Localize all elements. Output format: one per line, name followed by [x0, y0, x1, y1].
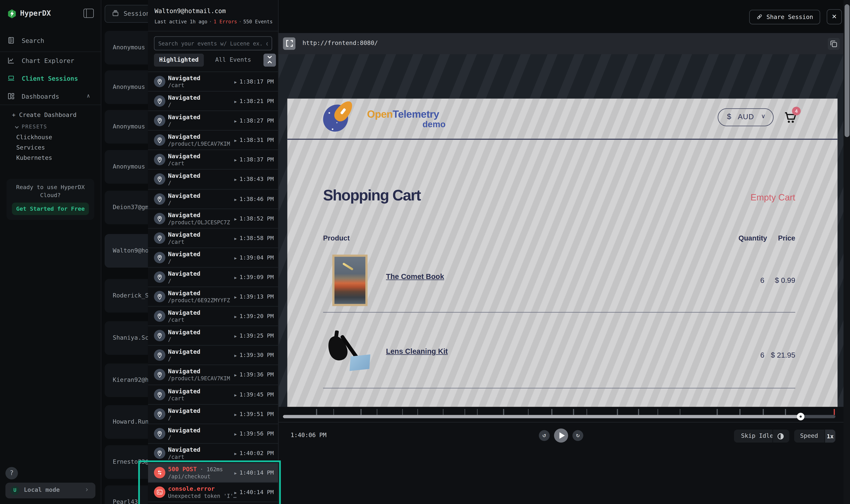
create-dashboard-button[interactable]: + Create Dashboard — [12, 111, 76, 119]
event-time: ▶1:38:46 PM — [235, 195, 274, 202]
session-list-item[interactable]: Anonymous — [105, 110, 148, 144]
event-subtitle: / — [168, 200, 171, 206]
event-title: Navigated — [168, 94, 201, 101]
event-row-navigation[interactable]: Navigated/▶1:38:21 PM — [148, 92, 278, 111]
sidebar-item-search[interactable]: Search — [0, 35, 101, 47]
event-title: Navigated — [168, 173, 201, 180]
event-row-navigation[interactable]: Navigated/▶1:39:51 PM — [148, 404, 278, 424]
timeline-event-tick — [573, 409, 574, 415]
event-row-request[interactable]: 500 POST · 162ms/api/checkout▶1:40:14 PM — [148, 463, 278, 483]
presets-group[interactable]: PRESETS — [15, 124, 47, 129]
event-time: ▶1:39:25 PM — [235, 332, 274, 339]
event-title: Navigated — [168, 231, 201, 238]
fullscreen-icon[interactable] — [283, 37, 295, 50]
forward-button[interactable]: ↻ — [572, 430, 583, 441]
event-row-navigation[interactable]: Navigated/cart▶1:38:37 PM — [148, 150, 278, 170]
close-icon[interactable]: × — [827, 9, 842, 24]
event-row-navigation[interactable]: Navigated/▶1:39:04 PM — [148, 248, 278, 268]
session-list-item[interactable]: Anonymous — [105, 31, 148, 65]
event-row-navigation[interactable]: Navigated/▶1:39:25 PM — [148, 326, 278, 346]
event-subtitle: / — [168, 278, 171, 284]
event-row-navigation[interactable]: Navigated/product/L9ECAV7KIM▶1:39:36 PM — [148, 365, 278, 385]
event-row-navigation[interactable]: Navigated/cart▶1:40:02 PM — [148, 444, 278, 463]
timeline-knob[interactable] — [797, 413, 804, 420]
session-list-item[interactable]: Anonymous — [105, 150, 148, 184]
currency-select[interactable]: $ AUD ∨ — [718, 108, 774, 126]
event-row-navigation[interactable]: Navigated/▶1:39:30 PM — [148, 346, 278, 365]
session-list-item[interactable]: Anonymous — [105, 70, 148, 104]
event-row-navigation[interactable]: Navigated/product/6E92ZMYYFZ▶1:39:13 PM — [148, 287, 278, 307]
session-list-item[interactable]: Ernesto33@ — [105, 445, 148, 479]
event-count: 550 Events — [243, 19, 273, 24]
event-row-navigation[interactable]: Navigated/product/L9ECAV7KIM▶1:38:31 PM — [148, 131, 278, 150]
event-row-navigation[interactable]: Navigated/cart▶1:39:20 PM — [148, 307, 278, 326]
grid-icon — [7, 92, 15, 100]
scrollbar-thumb[interactable] — [844, 4, 849, 137]
timeline-event-tick — [617, 409, 618, 415]
timeline-event-tick — [657, 409, 658, 415]
product-image-comet-book[interactable] — [332, 255, 367, 306]
tab-all-events[interactable]: All Events — [215, 54, 251, 67]
local-mode-menu[interactable]: U Local mode › — [5, 483, 96, 499]
preset-clickhouse[interactable]: Clickhouse — [16, 134, 52, 141]
terminal-icon — [154, 486, 165, 498]
sidebar-item-dashboards[interactable]: Dashboards ∧ — [0, 90, 101, 103]
session-list-item[interactable]: Howard.Run — [105, 405, 148, 439]
timeline-scrubber[interactable] — [283, 415, 835, 418]
event-row-navigation[interactable]: Navigated/▶1:38:43 PM — [148, 170, 278, 189]
collapse-panel-button[interactable] — [263, 54, 276, 67]
event-time: ▶1:38:43 PM — [235, 176, 274, 182]
preset-kubernetes[interactable]: Kubernetes — [16, 155, 52, 161]
event-subtitle: /cart — [168, 82, 185, 88]
cart-button[interactable]: 4 — [783, 110, 799, 126]
event-search-input[interactable] — [154, 36, 272, 50]
event-row-console[interactable]: console.errorUnexpected token 'I'…▶1:40:… — [148, 483, 278, 502]
session-list-item[interactable]: Deion37@gm — [105, 191, 148, 224]
speed-control[interactable]: Speed 1x — [794, 430, 835, 443]
event-row-navigation[interactable]: Navigated/▶1:38:27 PM — [148, 111, 278, 131]
sidebar-item-client-sessions[interactable]: Client Sessions — [0, 72, 101, 85]
replay-header: Share Session × — [279, 0, 850, 33]
event-subtitle: /cart — [168, 161, 185, 166]
copy-icon[interactable] — [828, 38, 840, 50]
site-logo-text: OpenTelemetry — [367, 108, 439, 120]
product-image-lens-kit[interactable] — [325, 330, 375, 374]
session-list-item[interactable]: Shaniya.Sc — [105, 321, 148, 355]
session-list-item[interactable]: Pearl43 — [105, 485, 148, 504]
preset-services[interactable]: Services — [16, 144, 45, 151]
rewind-button[interactable]: ↺ — [539, 430, 550, 441]
event-subtitle: /product/OLJCESPC7Z — [168, 219, 230, 225]
get-started-button[interactable]: Get Started for Free — [12, 203, 89, 215]
event-row-navigation[interactable]: Navigated/cart▶1:39:45 PM — [148, 385, 278, 404]
session-list-item[interactable]: Kieran92@h — [105, 363, 148, 397]
current-time: 1:40:06 PM — [291, 432, 327, 439]
event-time: ▶1:38:17 PM — [235, 78, 274, 85]
play-button[interactable] — [554, 429, 568, 443]
scrollbar[interactable] — [844, 0, 850, 504]
timeline-event-tick — [443, 409, 444, 415]
event-title: Navigated — [168, 368, 201, 375]
sidebar-item-chart-explorer[interactable]: Chart Explorer — [0, 54, 101, 67]
event-row-navigation[interactable]: Navigated/▶1:39:56 PM — [148, 424, 278, 444]
event-time: ▶1:38:37 PM — [235, 156, 274, 163]
event-subtitle: /product/L9ECAV7KIM — [168, 141, 230, 147]
event-time: ▶1:40:02 PM — [235, 449, 274, 456]
event-row-navigation[interactable]: Navigated/▶1:39:09 PM — [148, 268, 278, 287]
tab-highlighted[interactable]: Highlighted — [154, 54, 204, 67]
session-list-item[interactable]: Roderick_S — [105, 279, 148, 313]
speed-label: Speed — [800, 432, 818, 439]
session-list-item[interactable]: Walton9@ho — [105, 234, 148, 268]
help-button[interactable]: ? — [5, 467, 18, 479]
product-link[interactable]: Lens Cleaning Kit — [386, 347, 448, 355]
chevron-up-icon[interactable]: ∧ — [87, 92, 90, 98]
tab-sessions[interactable]: Sessions — [105, 5, 148, 23]
product-link[interactable]: The Comet Book — [386, 273, 444, 281]
sidebar-collapse-icon[interactable] — [84, 9, 94, 18]
event-row-navigation[interactable]: Navigated/product/OLJCESPC7Z▶1:38:52 PM — [148, 209, 278, 229]
event-row-navigation[interactable]: Navigated/cart▶1:38:17 PM — [148, 72, 278, 91]
empty-cart-link[interactable]: Empty Cart — [687, 192, 795, 202]
event-row-navigation[interactable]: Navigated/▶1:38:46 PM — [148, 190, 278, 209]
share-session-button[interactable]: Share Session — [749, 10, 820, 24]
event-row-navigation[interactable]: Navigated/cart▶1:38:58 PM — [148, 229, 278, 248]
skip-idle-toggle[interactable]: Skip Idle — [734, 430, 789, 443]
